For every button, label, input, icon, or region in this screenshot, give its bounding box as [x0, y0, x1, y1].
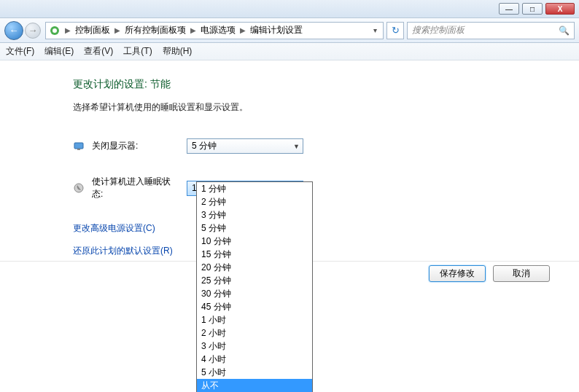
- setting-sleep: 使计算机进入睡眠状态: 15 分钟 ▼: [73, 176, 579, 200]
- minimize-button[interactable]: —: [499, 3, 519, 15]
- breadcrumb-sep-icon: ▶: [189, 26, 198, 34]
- footer-buttons: 保存修改 取消: [429, 265, 550, 282]
- dropdown-option[interactable]: 2 分钟: [197, 195, 312, 208]
- dropdown-option[interactable]: 2 小时: [197, 326, 312, 340]
- dropdown-option[interactable]: 30 分钟: [197, 287, 312, 300]
- refresh-button[interactable]: ↻: [386, 22, 404, 39]
- page-title: 更改计划的设置: 节能: [73, 78, 579, 91]
- forward-button[interactable]: →: [25, 23, 41, 39]
- advanced-link[interactable]: 更改高级电源设置(C): [73, 222, 579, 235]
- breadcrumb-sep-icon: ▶: [238, 26, 247, 34]
- dropdown-option[interactable]: 3 小时: [197, 340, 312, 353]
- search-placeholder: 搜索控制面板: [412, 24, 465, 36]
- menu-file[interactable]: 文件(F): [6, 45, 34, 58]
- dropdown-option[interactable]: 5 小时: [197, 366, 312, 379]
- breadcrumb-dropdown-icon[interactable]: ▾: [370, 26, 380, 34]
- dropdown-option[interactable]: 25 分钟: [197, 274, 312, 287]
- breadcrumb-item[interactable]: 编辑计划设置: [250, 24, 303, 36]
- page-subtitle: 选择希望计算机使用的睡眠设置和显示设置。: [73, 101, 579, 114]
- dropdown-option[interactable]: 3 分钟: [197, 208, 312, 222]
- cancel-button[interactable]: 取消: [493, 265, 550, 282]
- breadcrumb-item[interactable]: 所有控制面板项: [125, 24, 186, 36]
- dropdown-option[interactable]: 1 小时: [197, 313, 312, 326]
- back-button[interactable]: ←: [4, 21, 23, 40]
- dropdown-option[interactable]: 从不: [197, 379, 312, 392]
- dropdown-option[interactable]: 45 分钟: [197, 300, 312, 313]
- svg-rect-2: [74, 143, 83, 149]
- close-button[interactable]: X: [545, 3, 575, 15]
- display-off-label: 关闭显示器:: [92, 140, 179, 152]
- chevron-down-icon: ▼: [293, 143, 300, 150]
- sleep-dropdown-list[interactable]: 1 分钟2 分钟3 分钟5 分钟10 分钟15 分钟20 分钟25 分钟30 分…: [196, 181, 313, 392]
- dropdown-option[interactable]: 1 分钟: [197, 182, 312, 195]
- dropdown-option[interactable]: 20 分钟: [197, 261, 312, 274]
- save-button[interactable]: 保存修改: [429, 265, 486, 282]
- breadcrumb-item[interactable]: 电源选项: [201, 24, 236, 36]
- breadcrumb-sep-icon: ▶: [113, 26, 122, 34]
- display-off-value: 5 分钟: [192, 140, 217, 152]
- address-bar-row: ← → ▶ 控制面板 ▶ 所有控制面板项 ▶ 电源选项 ▶ 编辑计划设置 ▾ ↻…: [0, 18, 579, 43]
- moon-icon: [73, 182, 85, 194]
- svg-point-1: [53, 28, 57, 33]
- setting-display-off: 关闭显示器: 5 分钟 ▼: [73, 138, 579, 154]
- maximize-button[interactable]: □: [522, 3, 543, 15]
- menu-help[interactable]: 帮助(H): [163, 45, 193, 58]
- breadcrumb-item[interactable]: 控制面板: [75, 24, 110, 36]
- menu-edit[interactable]: 编辑(E): [44, 45, 74, 58]
- breadcrumb-sep-icon: ▶: [63, 26, 72, 34]
- menu-tools[interactable]: 工具(T): [123, 45, 152, 58]
- svg-rect-3: [77, 149, 80, 150]
- breadcrumb-bar[interactable]: ▶ 控制面板 ▶ 所有控制面板项 ▶ 电源选项 ▶ 编辑计划设置 ▾: [45, 22, 384, 39]
- search-input[interactable]: 搜索控制面板 🔍: [407, 22, 575, 39]
- control-panel-icon: [49, 25, 61, 36]
- dropdown-option[interactable]: 10 分钟: [197, 235, 312, 248]
- search-icon[interactable]: 🔍: [559, 26, 570, 36]
- dropdown-option[interactable]: 5 分钟: [197, 222, 312, 235]
- display-off-dropdown[interactable]: 5 分钟 ▼: [187, 138, 303, 154]
- restore-link[interactable]: 还原此计划的默认设置(R): [73, 245, 579, 257]
- sleep-label: 使计算机进入睡眠状态:: [92, 176, 179, 200]
- menu-bar: 文件(F) 编辑(E) 查看(V) 工具(T) 帮助(H): [0, 43, 579, 60]
- dropdown-option[interactable]: 4 小时: [197, 353, 312, 366]
- dropdown-option[interactable]: 15 分钟: [197, 248, 312, 261]
- window-titlebar: — □ X: [0, 0, 579, 18]
- menu-view[interactable]: 查看(V): [84, 45, 113, 58]
- monitor-icon: [73, 141, 85, 152]
